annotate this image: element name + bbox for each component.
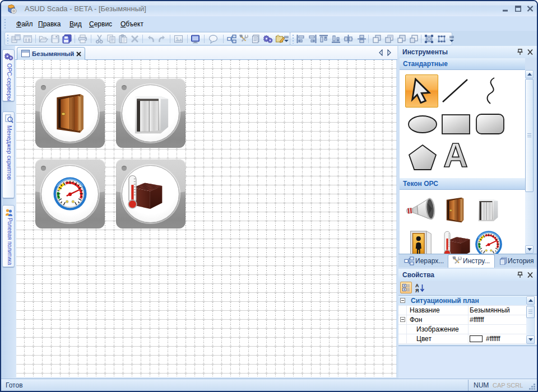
- svg-text:Я: Я: [415, 288, 419, 293]
- svg-text:A: A: [443, 142, 468, 170]
